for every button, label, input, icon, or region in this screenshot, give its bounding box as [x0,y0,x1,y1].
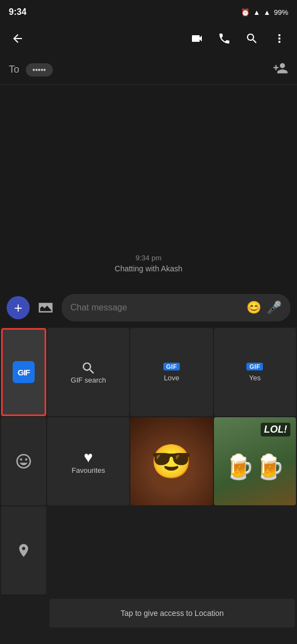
alarm-icon: ⏰ [241,8,250,17]
battery-level: 99% [274,8,288,17]
status-icons: ⏰ ▲ ▲ 99% [241,8,288,17]
gif-panel: GIF GIF se [0,327,297,644]
top-app-bar [0,22,297,55]
contact-pill[interactable]: ••••• [26,63,53,77]
plus-icon: + [14,301,22,315]
video-call-button[interactable] [188,30,206,47]
favourites-cell[interactable]: ♥ Favourites [47,417,129,505]
yes-label: Yes [249,374,261,382]
signal-icon: ▲ [263,8,271,17]
emoji-button[interactable]: 😊 [246,301,261,315]
phone-call-button[interactable] [216,30,233,47]
gif-search-cell[interactable]: GIF search [47,328,129,416]
top-bar-actions [188,30,288,47]
lol-characters: 🍺🍺 [224,452,285,481]
search-button[interactable] [243,30,261,47]
status-bar: 9:34 ⏰ ▲ ▲ 99% [0,0,297,22]
to-label: To [9,64,19,75]
love-face-emoji: 😎 [151,442,192,481]
chat-input-wrapper: 😊 🎤 [62,294,290,321]
search-icon [81,361,96,376]
tap-access-text: Tap to give access to Location [120,609,224,618]
location-button[interactable] [1,506,46,594]
love-gif-cell[interactable]: GIF Love [130,328,212,416]
gif-badge-love: GIF [163,363,180,370]
bottom-left-spacer [1,598,46,626]
gif-badge-yes: GIF [246,363,263,370]
gallery-button[interactable] [35,297,56,318]
gif-search-label: GIF search [71,376,106,384]
love-gif-image-cell[interactable]: 😎 [130,417,212,505]
yes-gif-cell[interactable]: GIF Yes [214,328,296,416]
back-button-area[interactable] [9,30,26,47]
tap-access-bar[interactable]: Tap to give access to Location [50,599,295,627]
heart-icon: ♥ [84,449,93,466]
more-options-button[interactable] [271,30,288,47]
wifi-icon: ▲ [253,8,260,17]
lol-gif-image-cell[interactable]: LOL! 🍺🍺 [214,417,296,505]
gif-main-button[interactable]: GIF [1,328,46,416]
gif-right-content: GIF search GIF Love GIF Yes ♥ Favourites… [46,327,297,596]
gif-left-sidebar: GIF [0,327,46,596]
gif-main-grid: GIF GIF se [0,327,297,596]
chatting-with-label: Chatting with Akash [115,264,183,273]
back-button[interactable] [9,30,26,47]
input-bar: + 😊 🎤 [0,288,297,327]
gif-icon: GIF [13,361,35,383]
chat-input-icons: 😊 🎤 [246,301,282,315]
to-row: To ••••• [0,55,297,85]
favourites-label: Favourites [72,466,105,474]
chat-timestamp: 9:34 pm [136,254,162,262]
status-time: 9:34 [9,7,26,17]
love-label: Love [164,374,179,382]
chat-area: 9:34 pm Chatting with Akash [0,85,297,288]
add-contact-button[interactable] [273,61,288,79]
svg-point-0 [42,304,44,307]
add-attachment-button[interactable]: + [7,296,30,319]
chat-message-input[interactable] [70,303,246,313]
lol-badge: LOL! [261,423,290,436]
emoji-sticker-button[interactable] [1,417,46,505]
mic-button[interactable]: 🎤 [267,301,282,315]
bottom-bar-row: Tap to give access to Location [0,597,297,629]
